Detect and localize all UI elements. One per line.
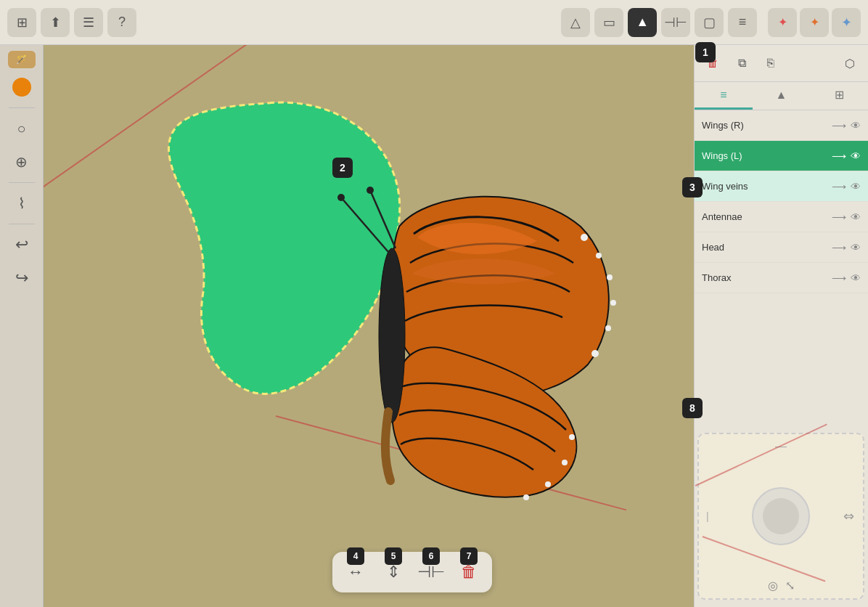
badge-1: 1 (695, 42, 716, 62)
mini-target-icon[interactable]: ◎ (768, 579, 778, 592)
layer-head-eye-icon[interactable]: 👁 (851, 242, 861, 253)
color-dot (12, 78, 31, 97)
badge-2: 2 (332, 158, 353, 178)
share-button[interactable]: ⬆ (41, 8, 70, 37)
layer-item-antennae[interactable]: Antennae ⟶ 👁 (695, 202, 868, 232)
badge-7: 7 (460, 547, 478, 565)
svg-point-9 (523, 494, 529, 500)
menu-button[interactable]: ☰ (74, 8, 103, 37)
undo-button[interactable]: ↩ (7, 230, 36, 259)
svg-point-7 (562, 460, 568, 465)
svg-point-4 (605, 325, 611, 331)
redo-button[interactable]: ↪ (7, 264, 36, 293)
panel-color-mix-button[interactable]: ⬡ (838, 51, 862, 76)
layer-wings-r-eye-icon[interactable]: 👁 (851, 120, 861, 131)
grid-button[interactable]: ⊞ (7, 8, 36, 37)
badge-6: 6 (422, 547, 440, 565)
top-toolbar: ⊞ ⬆ ☰ ? △ ▭ ▲ ⊣⊢ ▢ ≡ ✦ ✦ ✦ (0, 0, 868, 45)
tab-layers[interactable]: ≡ (695, 82, 753, 110)
sidebar-divider-3 (9, 224, 35, 224)
layer-wing-veins-name: Wing veins (702, 181, 827, 192)
tab-grid[interactable]: ⊞ (810, 82, 868, 110)
toolbar-left: ⊞ ⬆ ☰ ? (7, 8, 136, 37)
svg-point-2 (607, 274, 613, 280)
color-swatch-button[interactable] (7, 73, 36, 102)
layer-thorax-name: Thorax (702, 272, 827, 283)
panel-tabs: ≡ ▲ ⊞ (695, 82, 868, 110)
badge-8: 8 (682, 398, 703, 418)
layer-wings-l-link-icon[interactable]: ⟶ (832, 150, 846, 162)
texture-button[interactable]: ⊕ (7, 147, 36, 176)
svg-point-8 (545, 481, 551, 487)
mini-left-button[interactable]: | (706, 510, 709, 522)
layer-antennae-link-icon[interactable]: ⟶ (832, 211, 846, 223)
bottom-toolbar: 4 ↔ 5 ⇕ 6 ⊣⊢ 7 🗑 (332, 552, 492, 592)
layer-item-wings-l[interactable]: Wings (L) ⟶ 👁 (695, 141, 868, 171)
help-button[interactable]: ? (107, 8, 136, 37)
layer-item-wing-veins[interactable]: Wing veins ⟶ 👁 (695, 171, 868, 202)
svg-line-11 (341, 197, 388, 252)
mirror-button[interactable]: ⊣⊢ (661, 8, 690, 37)
layer-thorax-eye-icon[interactable]: 👁 (851, 272, 861, 284)
svg-point-13 (337, 194, 345, 201)
toolbar-right: △ ▭ ▲ ⊣⊢ ▢ ≡ (561, 8, 757, 37)
triangle-tool-button[interactable]: △ (561, 8, 590, 37)
butterfly-right[interactable] (283, 168, 631, 510)
mini-expand-icon[interactable]: ⤡ (785, 579, 795, 592)
mini-guide-2 (703, 536, 826, 582)
svg-line-12 (370, 190, 396, 248)
layer-wings-r-name: Wings (R) (702, 120, 827, 131)
svg-point-3 (610, 300, 616, 306)
layer-item-thorax[interactable]: Thorax ⟶ 👁 (695, 263, 868, 293)
layer-item-wings-r[interactable]: Wings (R) ⟶ 👁 (695, 110, 868, 141)
layer-wings-r-link-icon[interactable]: ⟶ (832, 120, 846, 131)
layer-head-link-icon[interactable]: ⟶ (832, 242, 846, 253)
layer-stack-button[interactable]: ≡ (728, 8, 757, 37)
layer-antennae-name: Antennae (702, 211, 827, 222)
cursor-tool-button[interactable]: ▲ (628, 8, 657, 37)
crop-button[interactable]: ▢ (695, 8, 724, 37)
delete-wrap: 7 🗑 (453, 556, 485, 588)
layer-antennae-eye-icon[interactable]: 👁 (851, 211, 861, 223)
svg-point-10 (379, 248, 405, 423)
mini-joystick-inner (763, 498, 799, 534)
panel-actions: 🗑 ⧉ ⎘ ⬡ (695, 45, 868, 82)
pin-red-button[interactable]: ✦ (768, 8, 797, 37)
flip-v-wrap: 5 ⇕ (377, 556, 409, 588)
svg-point-1 (596, 253, 602, 258)
right-panel: 🗑 ⧉ ⎘ ⬡ ≡ ▲ ⊞ Wings (R) ⟶ 👁 Wings (L) ⟶ … (694, 45, 868, 607)
badge-3: 3 (682, 177, 703, 197)
flip-h-wrap: 4 ↔ (340, 556, 372, 588)
mini-nav-minus[interactable]: — (775, 440, 787, 453)
panel-paste-button[interactable]: ⎘ (758, 51, 783, 76)
layer-wings-l-eye-icon[interactable]: 👁 (851, 150, 861, 162)
layer-wing-veins-link-icon[interactable]: ⟶ (832, 181, 846, 192)
svg-point-5 (591, 350, 599, 357)
badge-4: 4 (347, 547, 364, 565)
rect-outline-button[interactable]: ▭ (594, 8, 623, 37)
secondary-toolbar: ✦ ✦ ✦ (768, 8, 861, 37)
sidebar-divider-1 (9, 107, 35, 108)
svg-point-14 (367, 187, 374, 194)
pin-orange-button[interactable]: ✦ (800, 8, 829, 37)
eyedropper-button[interactable]: ⌇ (7, 189, 36, 218)
layer-wing-veins-eye-icon[interactable]: 👁 (851, 181, 861, 192)
panel-copy-button[interactable]: ⧉ (729, 51, 754, 76)
badge-5: 5 (385, 547, 402, 565)
brush-button[interactable]: ○ (7, 114, 36, 143)
mini-bottom-icons: ◎ ⤡ (768, 579, 795, 592)
mini-joystick[interactable] (752, 487, 810, 545)
left-sidebar: 🪄 ○ ⊕ ⌇ ↩ ↪ (0, 45, 44, 607)
mini-navigator: — | ⇔ ◎ ⤡ (697, 433, 864, 600)
layer-thumb-button[interactable]: 🪄 (8, 51, 36, 68)
plus-button[interactable]: ✦ (832, 8, 861, 37)
svg-point-0 (581, 234, 588, 241)
canvas-area[interactable]: 2 (44, 45, 694, 607)
mini-guide-1 (695, 424, 827, 486)
mini-right-button[interactable]: ⇔ (843, 508, 854, 524)
layer-head-name: Head (702, 242, 827, 253)
layer-item-head[interactable]: Head ⟶ 👁 (695, 232, 868, 263)
layer-thorax-link-icon[interactable]: ⟶ (832, 272, 846, 284)
tab-shapes[interactable]: ▲ (753, 82, 811, 110)
mirror-tool-wrap: 6 ⊣⊢ (415, 556, 447, 588)
